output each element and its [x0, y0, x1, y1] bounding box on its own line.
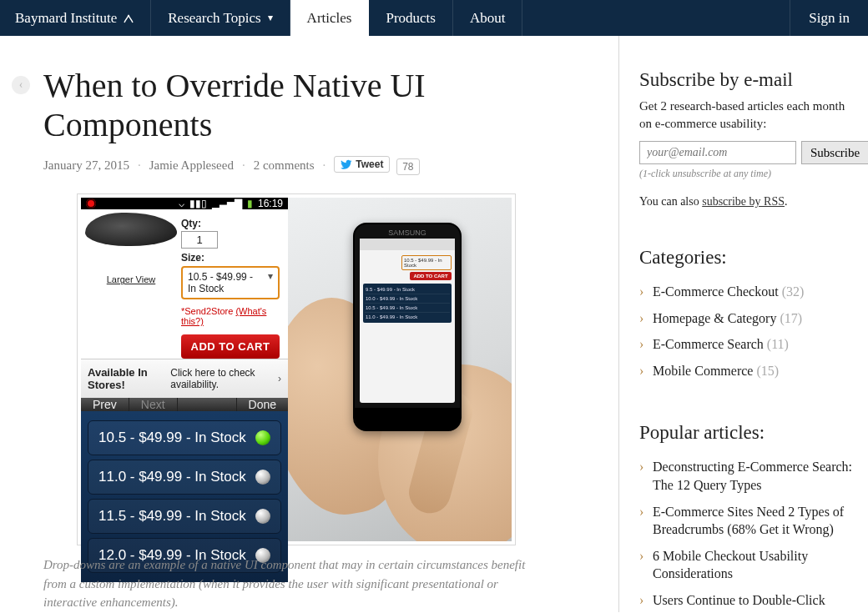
chevron-down-icon: ▾	[268, 12, 273, 24]
sidebar: Subscribe by e-mail Get 2 research-based…	[619, 36, 853, 613]
nav-item-articles[interactable]: Articles	[290, 0, 370, 36]
size-label: Size:	[181, 252, 280, 264]
picker-prev: Prev	[81, 398, 129, 411]
radio-icon	[255, 470, 270, 485]
rss-link[interactable]: subscribe by RSS	[702, 195, 785, 208]
larger-view-link: Larger View	[107, 274, 156, 284]
android-status-bar: ⌵ ▮▮▯ ▁▃▅▇ ▮ 16:19	[81, 198, 288, 209]
popular-item: Deconstructing E-Commerce Search: The 12…	[639, 454, 853, 498]
category-link[interactable]: E-Commerce Search	[653, 337, 764, 351]
category-count: (17)	[776, 311, 802, 325]
chevron-left-icon: ‹	[19, 78, 23, 92]
picker-option: 10.5 - $49.99 - In Stock	[88, 420, 281, 455]
picker-toolbar: Prev Next Done	[81, 398, 288, 411]
subscribe-button[interactable]: Subscribe	[801, 141, 868, 164]
popular-link[interactable]: Deconstructing E-Commerce Search: The 12…	[653, 460, 852, 492]
available-in-stores-bar: Available In Stores! Click here to check…	[81, 359, 288, 398]
prev-article-button[interactable]: ‹	[12, 76, 30, 94]
popular-item: E-Commerce Sites Need 2 Types of Breadcr…	[639, 499, 853, 543]
sign-in-link[interactable]: Sign in	[790, 0, 868, 36]
picker-done: Done	[236, 398, 288, 411]
category-link[interactable]: Homepage & Category	[653, 311, 776, 325]
category-count: (32)	[779, 284, 805, 299]
tweet-button[interactable]: Tweet	[334, 156, 390, 173]
add-to-cart-button: ADD TO CART	[181, 334, 280, 359]
size-select: 10.5 - $49.99 - In Stock	[181, 266, 280, 299]
category-link[interactable]: E-Commerce Checkout	[653, 284, 779, 299]
signal-icon: ▮▮▯	[189, 198, 207, 209]
tweet-count: 78	[396, 158, 419, 175]
nav-item-products[interactable]: Products	[369, 0, 453, 36]
tweet-label: Tweet	[356, 158, 383, 170]
category-item: E-Commerce Checkout (32)	[639, 279, 853, 305]
wifi-icon: ⌵	[179, 198, 184, 209]
logo-text: Baymard Institute	[15, 10, 117, 27]
radio-icon	[255, 509, 270, 524]
logo-icon	[122, 12, 135, 25]
nav-spacer	[522, 0, 790, 36]
subscribe-block: Subscribe by e-mail Get 2 research-based…	[639, 69, 853, 209]
handheld-device: SAMSUNG 10.5 - $49.99 - In Stock ADD TO …	[353, 223, 462, 431]
nav-item-research-topics[interactable]: Research Topics▾	[151, 0, 290, 36]
product-image	[85, 213, 177, 246]
subscribe-heading: Subscribe by e-mail	[639, 69, 853, 91]
article-comments-link[interactable]: 2 comments	[254, 158, 315, 173]
category-item: E-Commerce Search (11)	[639, 331, 853, 358]
rss-line: You can also subscribe by RSS.	[639, 195, 853, 209]
article-title: When to Override Native UI Components	[43, 66, 593, 144]
twitter-icon	[341, 158, 352, 170]
top-nav: Baymard Institute Research Topics▾Articl…	[0, 0, 868, 36]
qty-label: Qty:	[181, 218, 280, 229]
nav-item-about[interactable]: About	[453, 0, 523, 36]
popular-link[interactable]: 6 Mobile Checkout Usability Consideratio…	[653, 549, 808, 581]
record-icon	[86, 198, 96, 209]
subscribe-description: Get 2 research-based articles each month…	[639, 98, 853, 133]
chevron-right-icon: ›	[278, 373, 281, 384]
popular-heading: Popular articles:	[639, 422, 853, 444]
qty-input: 1	[181, 231, 218, 249]
category-link[interactable]: Mobile Commerce	[653, 364, 753, 378]
article-author[interactable]: Jamie Appleseed	[149, 158, 234, 173]
category-count: (15)	[753, 364, 779, 378]
figure-caption: Drop-downs are an example of a native UI…	[43, 555, 544, 612]
popular-item: 6 Mobile Checkout Usability Consideratio…	[639, 543, 853, 587]
article-date: January 27, 2015	[43, 158, 129, 173]
article-meta: January 27, 2015 · Jamie Appleseed · 2 c…	[43, 156, 593, 175]
bars-icon: ▁▃▅▇	[212, 198, 242, 209]
status-time: 16:19	[258, 198, 283, 209]
article-header: ‹ When to Override Native UI Components …	[43, 66, 593, 175]
radio-icon	[255, 430, 270, 445]
category-count: (11)	[764, 337, 789, 351]
categories-heading: Categories:	[639, 247, 853, 269]
picker-option: 11.0 - $49.99 - In Stock	[88, 460, 281, 495]
logo[interactable]: Baymard Institute	[0, 0, 151, 36]
categories-block: Categories: E-Commerce Checkout (32)Home…	[639, 247, 853, 384]
battery-icon: ▮	[247, 198, 253, 209]
email-input[interactable]	[639, 141, 796, 164]
article-figure: ⌵ ▮▮▯ ▁▃▅▇ ▮ 16:19 Larger View Qty:	[77, 193, 516, 545]
unsubscribe-note: (1-click unsubscribe at any time)	[639, 168, 853, 180]
figure-phone-ui: ⌵ ▮▮▯ ▁▃▅▇ ▮ 16:19 Larger View Qty:	[81, 198, 288, 541]
category-item: Homepage & Category (17)	[639, 305, 853, 332]
picker-next: Next	[129, 398, 178, 411]
article-main: ‹ When to Override Native UI Components …	[43, 36, 619, 612]
popular-link[interactable]: E-Commerce Sites Need 2 Types of Breadcr…	[653, 505, 844, 537]
popular-block: Popular articles: Deconstructing E-Comme…	[639, 422, 853, 613]
popular-link[interactable]: Users Continue to Double-Click Online	[653, 593, 825, 613]
picker-option: 11.5 - $49.99 - In Stock	[88, 499, 281, 534]
send2store-note: *Send2Store (What's this?)	[181, 306, 280, 326]
popular-item: Users Continue to Double-Click Online	[639, 587, 853, 613]
category-item: Mobile Commerce (15)	[639, 358, 853, 384]
figure-photo: SAMSUNG 10.5 - $49.99 - In Stock ADD TO …	[288, 198, 512, 541]
